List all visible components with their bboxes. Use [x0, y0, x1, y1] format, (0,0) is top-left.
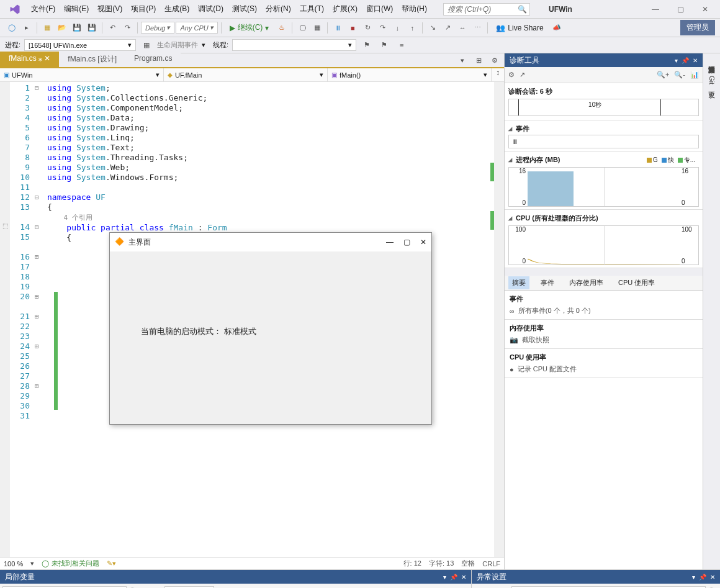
dropdown-icon[interactable]: ▾	[675, 57, 678, 64]
menu-item[interactable]: 帮助(H)	[398, 1, 431, 17]
redo-button[interactable]: ↷	[120, 21, 134, 35]
pin-icon[interactable]: ▾	[456, 53, 469, 67]
new-item-button[interactable]: ▦	[40, 21, 54, 35]
menu-item[interactable]: 扩展(X)	[329, 1, 361, 17]
restart-button[interactable]: ↻	[361, 21, 374, 35]
menu-item[interactable]: 编辑(E)	[60, 1, 92, 17]
platform-dropdown[interactable]: Any CPU ▾	[176, 22, 217, 34]
doc-tab[interactable]: fMain.cs ⁎ ✕	[0, 52, 59, 67]
gear-icon[interactable]: ⚙	[508, 71, 515, 79]
reset-zoom-icon[interactable]: 📊	[690, 71, 699, 79]
locals-search[interactable]	[2, 586, 127, 589]
close-icon[interactable]: ✕	[710, 574, 715, 581]
open-button[interactable]: 📂	[55, 21, 69, 35]
search-input[interactable]	[448, 5, 526, 14]
forward-button[interactable]: ▸	[20, 21, 34, 35]
close-icon[interactable]: ✕	[693, 57, 698, 64]
flag1-icon[interactable]: ⚑	[360, 38, 374, 52]
git-changes-tab[interactable]: Git 更改	[704, 68, 719, 94]
nav-member[interactable]: ▣fMain()▾	[328, 68, 492, 81]
dropdown-icon[interactable]: ▾	[443, 574, 446, 581]
pin-icon[interactable]: 📌	[682, 57, 689, 64]
split-icon[interactable]: ↕	[492, 68, 504, 81]
config-dropdown[interactable]: Debug ▾	[141, 22, 174, 34]
pin-icon[interactable]: 📌	[699, 574, 706, 581]
lifecycle-icon[interactable]: ▦	[140, 38, 153, 52]
locals-header[interactable]: 局部变量 ▾📌✕	[0, 570, 471, 584]
menu-item[interactable]: 生成(B)	[161, 1, 193, 17]
diag-tab[interactable]: CPU 使用率	[614, 276, 659, 289]
diag-tab[interactable]: 内存使用率	[565, 276, 607, 289]
memory-chart[interactable]: 160 160	[508, 167, 699, 207]
save-button[interactable]: 💾	[70, 21, 84, 35]
arrow3-icon[interactable]: ↔	[456, 21, 469, 35]
snapshot-link[interactable]: 📷 截取快照	[510, 335, 698, 345]
spaces-indicator[interactable]: 空格	[461, 559, 475, 568]
nav-project[interactable]: ▣UFWin▾	[0, 68, 164, 81]
eol-indicator[interactable]: CRLF	[482, 560, 500, 568]
dialog-titlebar[interactable]: 🔶 主界面 — ▢ ✕	[110, 233, 431, 251]
zoom-level[interactable]: 100 %	[4, 560, 23, 568]
step-over-button[interactable]: ↷	[376, 21, 389, 35]
dropdown-icon[interactable]: ▾	[692, 574, 695, 581]
menu-item[interactable]: 窗口(W)	[362, 1, 397, 17]
layout-icon[interactable]: ▦	[310, 21, 324, 35]
save-all-button[interactable]: 💾	[85, 21, 99, 35]
menu-item[interactable]: 分析(N)	[262, 1, 295, 17]
events-box[interactable]: ⏸	[508, 135, 699, 148]
pin-icon[interactable]: 📌	[450, 574, 457, 581]
menu-item[interactable]: 文件(F)	[27, 1, 59, 17]
close-button[interactable]: ✕	[693, 1, 718, 18]
depth-search[interactable]	[164, 586, 214, 589]
undo-button[interactable]: ↶	[106, 21, 119, 35]
feedback-icon[interactable]: 📣	[550, 21, 564, 35]
dialog-close-button[interactable]: ✕	[420, 238, 426, 247]
solution-explorer-tab[interactable]: 解决方案资源管理器	[704, 53, 719, 68]
zoom-out-icon[interactable]: 🔍-	[674, 71, 685, 79]
live-share-button[interactable]: 👥 Live Share	[491, 22, 548, 34]
minimize-button[interactable]: —	[643, 1, 668, 18]
record-cpu-link[interactable]: ● 记录 CPU 配置文件	[510, 364, 698, 374]
doc-tab[interactable]: Program.cs	[125, 52, 181, 67]
nav-class[interactable]: ◆UF.fMain▾	[164, 68, 328, 81]
browser-select-icon[interactable]: 🖵	[295, 21, 309, 35]
arrow1-icon[interactable]: ↘	[426, 21, 439, 35]
menu-item[interactable]: 视图(V)	[94, 1, 126, 17]
gear-icon[interactable]: ⚙	[488, 53, 502, 67]
events-all-link[interactable]: ∞ 所有事件(0 个，共 0 个)	[510, 306, 698, 315]
stack-icon[interactable]: ≡	[395, 38, 408, 52]
close-icon[interactable]: ✕	[461, 574, 466, 581]
back-button[interactable]: ◯	[5, 21, 19, 35]
process-dropdown[interactable]: [16548] UFWin.exe▾	[24, 39, 136, 51]
stop-button[interactable]: ■	[346, 21, 359, 35]
diag-tab[interactable]: 事件	[537, 276, 558, 289]
breakpoint-gutter[interactable]: ⬚	[0, 82, 10, 557]
doc-tab[interactable]: fMain.cs [设计]	[59, 52, 125, 67]
more-icon[interactable]: ⋯	[470, 21, 484, 35]
dialog-maximize-button[interactable]: ▢	[403, 238, 410, 247]
export-icon[interactable]: ↗	[520, 71, 525, 79]
cpu-chart[interactable]: 1000 1000	[508, 225, 699, 265]
exceptions-header[interactable]: 异常设置 ▾📌✕	[472, 570, 720, 584]
timeline[interactable]: 10秒	[508, 99, 699, 116]
exceptions-search[interactable]	[511, 586, 706, 589]
flag2-icon[interactable]: ⚑	[377, 38, 391, 52]
issues-status[interactable]: ◯ 未找到相关问题	[42, 559, 99, 568]
menu-item[interactable]: 调试(D)	[194, 1, 227, 17]
code-editor[interactable]: ⬚ 12345678910111213 1415 1617181920 2122…	[0, 82, 504, 557]
menu-item[interactable]: 测试(S)	[228, 1, 261, 17]
diag-tab[interactable]: 摘要	[508, 276, 529, 289]
zoom-in-icon[interactable]: 🔍+	[657, 71, 669, 79]
diag-header[interactable]: 诊断工具 ▾📌✕	[505, 53, 703, 67]
menu-item[interactable]: 工具(T)	[296, 1, 328, 17]
scrollbar[interactable]	[494, 82, 504, 557]
menu-item[interactable]: 项目(P)	[127, 1, 160, 17]
dialog-minimize-button[interactable]: —	[386, 238, 394, 247]
fold-gutter[interactable]: ⊟ ⊟ ⊟ ⊞ ⊞ ⊞ ⊞ ⊞	[35, 82, 47, 557]
pause-button[interactable]: ⏸	[331, 21, 344, 35]
thread-dropdown[interactable]: ▾	[232, 39, 356, 51]
step-into-button[interactable]: ↓	[390, 21, 404, 35]
step-out-button[interactable]: ↑	[405, 21, 419, 35]
global-search[interactable]: 🔍	[443, 3, 530, 16]
brush-icon[interactable]: ✎▾	[107, 559, 116, 568]
